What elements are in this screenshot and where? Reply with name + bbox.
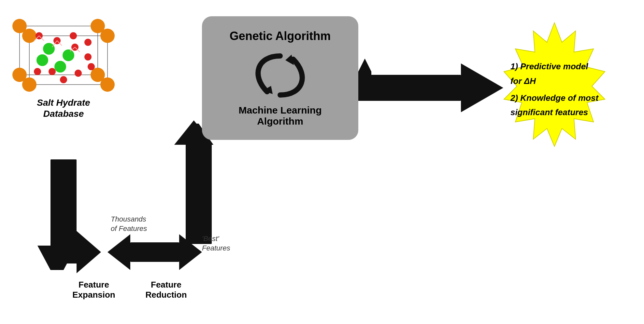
svg-rect-4 bbox=[360, 75, 461, 101]
svg-point-37 bbox=[54, 61, 66, 73]
svg-point-35 bbox=[91, 19, 105, 33]
svg-marker-11 bbox=[179, 234, 202, 270]
starburst-container: 1) Predictive model for ΔH 2) Knowledge … bbox=[481, 16, 628, 163]
svg-marker-7 bbox=[37, 246, 77, 270]
crystal-svg bbox=[10, 10, 117, 94]
starburst-line1: 1) Predictive model bbox=[510, 61, 598, 72]
diagram-container: Salt Hydrate Database Genetic Algorithm … bbox=[0, 0, 644, 324]
feature-reduction-label: Feature Reduction bbox=[140, 280, 192, 300]
best-features-label: 'Best' Features bbox=[202, 234, 230, 253]
svg-point-38 bbox=[43, 43, 55, 55]
svg-marker-8 bbox=[50, 241, 77, 263]
svg-point-47 bbox=[34, 68, 41, 75]
svg-point-49 bbox=[60, 76, 67, 83]
circular-arrows-svg bbox=[248, 49, 313, 101]
starburst-text: 1) Predictive model for ΔH 2) Knowledge … bbox=[501, 47, 608, 131]
svg-rect-10 bbox=[130, 242, 179, 262]
svg-point-36 bbox=[36, 54, 48, 66]
svg-point-44 bbox=[49, 68, 56, 75]
ml-algorithm-box: Genetic Algorithm Machine Learning Algor… bbox=[202, 16, 358, 140]
crystal-structure: Salt Hydrate Database bbox=[10, 10, 117, 101]
svg-point-48 bbox=[84, 39, 92, 46]
svg-point-34 bbox=[12, 19, 27, 33]
svg-point-39 bbox=[63, 49, 74, 61]
ml-subtitle: Machine Learning Algorithm bbox=[238, 105, 322, 127]
salt-label: Salt Hydrate Database bbox=[10, 97, 117, 119]
svg-marker-3 bbox=[358, 59, 371, 72]
starburst-line2: for ΔH bbox=[510, 75, 598, 87]
svg-marker-9 bbox=[77, 231, 101, 273]
svg-marker-2 bbox=[358, 72, 371, 101]
svg-point-32 bbox=[12, 68, 27, 82]
svg-point-50 bbox=[88, 63, 95, 70]
genetic-algorithm-title: Genetic Algorithm bbox=[230, 29, 331, 43]
feature-expansion-label: Feature Expansion bbox=[68, 280, 120, 300]
svg-marker-12 bbox=[107, 234, 130, 270]
starburst-line3: 2) Knowledge of most bbox=[510, 92, 598, 104]
starburst-line4: significant features bbox=[510, 106, 598, 118]
svg-point-46 bbox=[75, 70, 82, 77]
svg-rect-13 bbox=[186, 143, 212, 244]
svg-rect-6 bbox=[50, 159, 77, 250]
svg-point-43 bbox=[70, 32, 77, 39]
thousands-label: Thousands of Features bbox=[111, 215, 147, 233]
svg-point-42 bbox=[84, 53, 92, 61]
